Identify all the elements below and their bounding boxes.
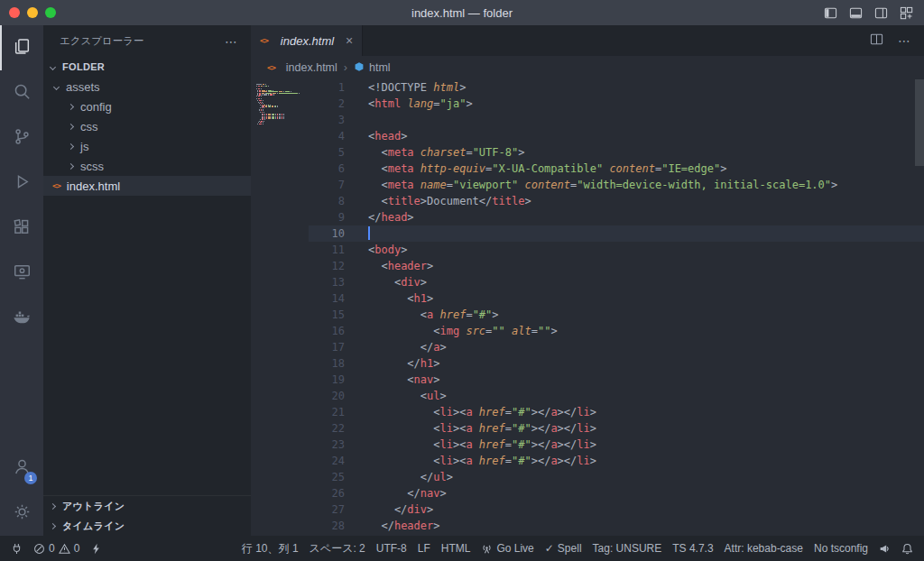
code-token: "#" — [512, 406, 531, 418]
code-token: > — [492, 308, 498, 321]
tree-item-assets[interactable]: assets — [43, 77, 251, 97]
outline-section-header[interactable]: アウトライン — [43, 496, 251, 516]
code-line-7[interactable]: 7 <meta name="viewport" content="width=d… — [309, 177, 924, 193]
code-token: "#" — [512, 455, 531, 467]
status-bolt[interactable] — [85, 536, 107, 561]
status-attr-case[interactable]: Attr: kebab-case — [719, 536, 808, 561]
code-line-18[interactable]: 18 </h1> — [309, 355, 924, 372]
zoom-window-button[interactable] — [45, 7, 56, 18]
line-number: 5 — [309, 144, 345, 161]
tab-index-html[interactable]: <> index.html × — [251, 25, 363, 56]
settings-button[interactable] — [0, 491, 43, 536]
code-line-8[interactable]: 8 <title>Document</title> — [309, 193, 924, 209]
code-line-28[interactable]: 28 </header> — [309, 518, 924, 534]
code-token: "#" — [473, 308, 493, 321]
status-language-mode[interactable]: HTML — [436, 536, 476, 561]
customize-layout-icon[interactable] — [900, 6, 913, 20]
activity-docker-button[interactable] — [0, 296, 43, 341]
code-line-13[interactable]: 13 <div> — [309, 274, 924, 290]
code-token: = — [466, 146, 472, 159]
code-line-content: <h1> — [345, 290, 433, 307]
activity-remote-explorer-button[interactable] — [0, 251, 43, 296]
code-line-2[interactable]: 2<html lang="ja"> — [309, 96, 924, 112]
code-line-23[interactable]: 23 <li><a href="#"></a></li> — [309, 437, 924, 453]
code-line-6[interactable]: 6 <meta http-equiv="X-UA-Compatible" con… — [309, 161, 924, 177]
line-number: 25 — [309, 469, 345, 485]
code-line-1[interactable]: 1<!DOCTYPE html> — [309, 79, 924, 96]
toggle-secondary-sidebar-icon[interactable] — [874, 6, 888, 20]
code-line-24[interactable]: 24 <li><a href="#"></a></li> — [309, 453, 924, 469]
status-typescript-version[interactable]: TS 4.7.3 — [667, 536, 718, 561]
breadcrumb-symbol[interactable]: html — [354, 61, 391, 75]
tree-item-js[interactable]: js — [43, 136, 251, 156]
code-token: a — [466, 438, 472, 451]
split-editor-icon[interactable] — [870, 32, 883, 50]
minimize-window-button[interactable] — [27, 7, 38, 18]
breadcrumb-file[interactable]: <> index.html — [267, 61, 337, 74]
close-tab-icon[interactable]: × — [346, 33, 353, 48]
status-eol[interactable]: LF — [412, 536, 436, 561]
code-line-25[interactable]: 25 </ul> — [309, 469, 924, 485]
minimap[interactable] — [253, 82, 309, 127]
folder-section-header[interactable]: FOLDER — [43, 57, 251, 77]
code-line-5[interactable]: 5 <meta charset="UTF-8"> — [309, 144, 924, 161]
status-spell[interactable]: ✓Spell — [540, 536, 587, 561]
code-line-19[interactable]: 19 <nav> — [309, 372, 924, 388]
toggle-panel-icon[interactable] — [849, 6, 863, 20]
text-cursor — [368, 226, 370, 240]
status-notifications[interactable] — [896, 536, 919, 561]
code-token: < — [368, 276, 401, 289]
activity-run-debug-button[interactable] — [0, 161, 43, 206]
tree-item-css[interactable]: css — [43, 116, 251, 136]
code-line-27[interactable]: 27 </div> — [309, 501, 924, 518]
activity-extensions-button[interactable] — [0, 206, 43, 251]
activity-explorer-button[interactable] — [0, 25, 43, 70]
activity-source-control-button[interactable] — [0, 115, 43, 161]
code-line-4[interactable]: 4<head> — [309, 128, 924, 144]
tree-item-config[interactable]: config — [43, 97, 251, 116]
status-remote-indicator[interactable] — [5, 536, 28, 561]
code-line-12[interactable]: 12 <header> — [309, 258, 924, 274]
code-line-9[interactable]: 9</head> — [309, 209, 924, 225]
code-line-15[interactable]: 15 <a href="#"> — [309, 307, 924, 323]
tab-label: index.html — [281, 34, 334, 48]
code-line-14[interactable]: 14 <h1> — [309, 290, 924, 307]
editor-more-actions-icon[interactable]: ⋯ — [898, 33, 911, 48]
status-indentation[interactable]: スペース: 2 — [304, 536, 371, 561]
close-window-button[interactable] — [9, 7, 20, 18]
accounts-button[interactable]: 1 — [0, 446, 43, 491]
status-announcement[interactable] — [873, 536, 896, 561]
status-encoding[interactable]: UTF-8 — [371, 536, 412, 561]
code-line-22[interactable]: 22 <li><a href="#"></a></li> — [309, 420, 924, 437]
code-line-17[interactable]: 17 </a> — [309, 339, 924, 355]
code-token: < — [368, 455, 439, 467]
code-line-10[interactable]: 10 — [309, 225, 924, 242]
activity-search-button[interactable] — [0, 70, 43, 115]
code-line-20[interactable]: 20 <ul> — [309, 388, 924, 404]
status-tag-case[interactable]: Tag: UNSURE — [587, 536, 668, 561]
tree-item-scss[interactable]: scss — [43, 156, 251, 176]
code-line-3[interactable]: 3 — [309, 112, 924, 128]
code-token: < — [368, 406, 439, 418]
code-token: > — [439, 390, 446, 402]
code-editor[interactable]: 1<!DOCTYPE html>2<html lang="ja">34<head… — [309, 79, 924, 536]
vertical-scrollbar[interactable] — [915, 79, 924, 166]
toggle-sidebar-icon[interactable] — [824, 6, 837, 20]
sidebar-more-actions-icon[interactable]: ⋯ — [225, 34, 238, 49]
code-line-11[interactable]: 11<body> — [309, 242, 924, 258]
status-text: 行 10、列 1 — [242, 541, 299, 556]
code-line-21[interactable]: 21 <li><a href="#"></a></li> — [309, 404, 924, 420]
code-token: </ — [368, 357, 420, 370]
code-line-16[interactable]: 16 <img src="" alt=""> — [309, 323, 924, 339]
tree-item-index.html[interactable]: <>index.html — [43, 176, 251, 196]
line-number: 10 — [309, 225, 345, 242]
timeline-section-header[interactable]: タイムライン — [43, 516, 251, 536]
code-token — [473, 455, 479, 467]
code-line-26[interactable]: 26 </nav> — [309, 485, 924, 501]
status-go-live[interactable]: Go Live — [476, 536, 539, 561]
status-cursor-position[interactable]: 行 10、列 1 — [236, 536, 304, 561]
code-line-content: <div> — [345, 274, 427, 290]
status-problems[interactable]: 00 — [28, 536, 85, 561]
status-tsconfig[interactable]: No tsconfig — [808, 536, 873, 561]
code-line-content — [345, 112, 368, 128]
